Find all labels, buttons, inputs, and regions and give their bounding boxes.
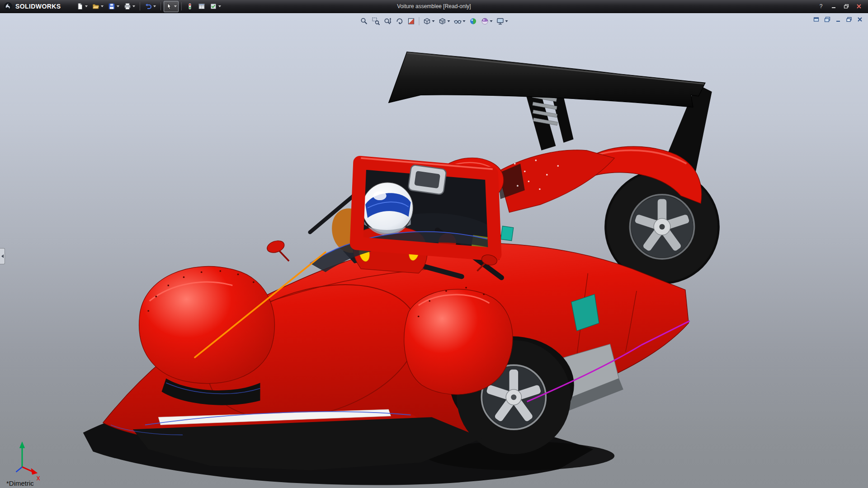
driver-helmet	[362, 183, 413, 235]
file-properties-button[interactable]	[196, 1, 207, 12]
options-button[interactable]	[208, 1, 223, 12]
car-model: x	[0, 13, 868, 488]
minimize-icon	[831, 4, 836, 9]
new-window-button[interactable]	[823, 15, 832, 23]
toolbar-separator	[160, 2, 161, 10]
help-button[interactable]: ?	[816, 2, 826, 11]
file-properties-icon	[198, 3, 205, 10]
undo-button[interactable]	[143, 1, 158, 12]
minimize-document-icon	[835, 17, 841, 22]
zoom-to-fit-button[interactable]	[359, 15, 370, 27]
print-button[interactable]	[122, 1, 137, 12]
toolbar-separator	[140, 2, 140, 10]
chevron-left-icon	[1, 254, 4, 258]
options-icon	[210, 3, 217, 10]
new-document-button[interactable]	[75, 1, 90, 12]
rebuild-button[interactable]	[184, 1, 195, 12]
minimize-document-button[interactable]	[834, 15, 843, 23]
feature-panel-flyout-tab[interactable]	[0, 248, 5, 264]
close-document-button[interactable]	[855, 15, 864, 23]
solidworks-window: SOLIDWORKS	[0, 0, 868, 488]
document-window-controls	[812, 15, 864, 23]
apply-scene-icon	[481, 17, 489, 25]
triad-x-label: x	[37, 474, 40, 482]
hide-show-items-icon	[454, 17, 462, 25]
window-controls: ?	[816, 2, 868, 11]
edit-appearance-button[interactable]	[468, 15, 479, 27]
edit-appearance-icon	[469, 17, 477, 25]
display-style-button[interactable]	[437, 15, 452, 27]
restore-window-icon	[813, 17, 820, 22]
section-view-button[interactable]	[406, 15, 417, 27]
section-view-icon	[407, 17, 415, 25]
rebuild-traffic-light-icon	[186, 3, 193, 10]
toolbar-separator	[181, 2, 182, 10]
close-icon	[856, 4, 862, 9]
undo-icon	[145, 3, 152, 10]
display-style-icon	[439, 17, 447, 25]
print-icon	[124, 3, 131, 10]
main-toolbar	[74, 1, 223, 12]
restore-document-button[interactable]	[844, 15, 854, 23]
zoom-in-out-button[interactable]	[382, 15, 393, 27]
hide-show-items-button[interactable]	[453, 15, 467, 27]
view-orientation-icon	[423, 17, 431, 25]
restore-window-button[interactable]	[812, 15, 821, 23]
minimize-button[interactable]	[828, 2, 839, 11]
zoom-to-area-button[interactable]	[371, 15, 382, 27]
zoom-to-area-icon	[372, 17, 380, 25]
solidworks-logo-icon	[4, 2, 13, 11]
view-orientation-label: *Dimetric	[6, 479, 34, 487]
apply-scene-button[interactable]	[480, 15, 494, 27]
front-left-fender	[139, 266, 275, 383]
view-orientation-button[interactable]	[422, 15, 436, 27]
reference-triad: x	[16, 441, 40, 482]
rotate-view-button[interactable]	[394, 15, 405, 27]
view-settings-button[interactable]	[495, 15, 509, 27]
zoom-in-out-icon	[384, 17, 392, 25]
open-icon	[92, 3, 99, 10]
new-window-icon	[824, 17, 830, 22]
save-button[interactable]	[106, 1, 121, 12]
titlebar: SOLIDWORKS	[0, 0, 868, 13]
rotate-view-icon	[396, 17, 404, 25]
restore-document-icon	[846, 17, 852, 22]
close-button[interactable]	[854, 2, 864, 11]
window-title: Voiture assemblee [Read-only]	[397, 3, 471, 9]
heads-up-view-toolbar	[359, 15, 510, 27]
restore-button[interactable]	[841, 2, 852, 11]
brand-name: SOLIDWORKS	[15, 3, 61, 10]
save-icon	[108, 3, 115, 10]
intake-box	[408, 164, 446, 195]
solidworks-brand: SOLIDWORKS	[0, 2, 66, 11]
select-cursor-icon	[165, 3, 173, 10]
new-document-icon	[76, 3, 84, 10]
zoom-to-fit-icon	[360, 17, 368, 25]
restore-icon	[844, 4, 849, 9]
open-button[interactable]	[90, 1, 105, 12]
close-document-icon	[857, 17, 863, 22]
hud-separator	[419, 17, 420, 25]
front-right-fender	[404, 289, 513, 394]
graphics-viewport[interactable]: x	[0, 13, 868, 488]
view-settings-icon	[496, 17, 505, 25]
select-button[interactable]	[164, 1, 179, 12]
